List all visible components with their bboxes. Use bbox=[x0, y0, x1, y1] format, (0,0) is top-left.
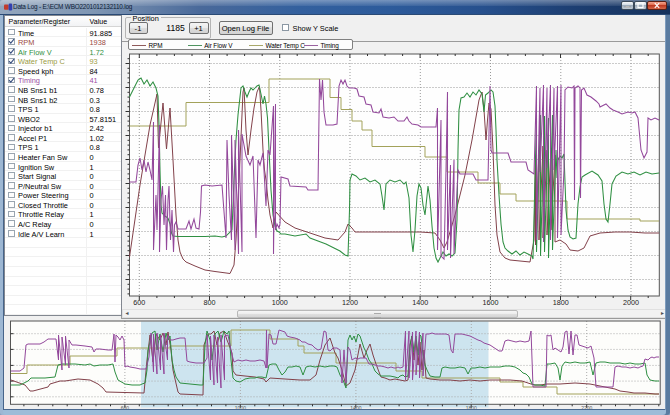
svg-text:600: 600 bbox=[121, 405, 130, 411]
svg-text:1800: 1800 bbox=[466, 405, 477, 411]
svg-text:1000: 1000 bbox=[235, 405, 246, 411]
svg-text:2200: 2200 bbox=[581, 405, 592, 411]
svg-text:1400: 1400 bbox=[350, 405, 361, 411]
